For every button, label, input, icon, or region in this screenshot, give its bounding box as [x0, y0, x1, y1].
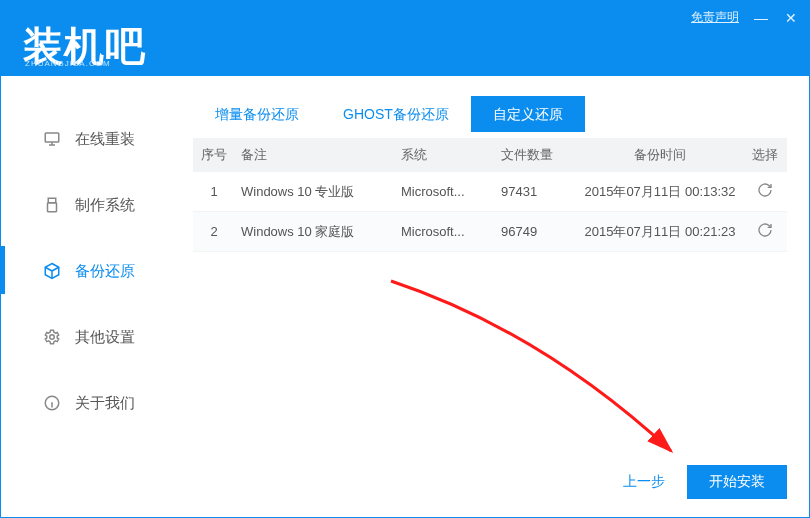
sidebar-item-label: 在线重装 [75, 130, 135, 149]
tab-custom[interactable]: 自定义还原 [471, 96, 585, 132]
minimize-button[interactable]: — [753, 10, 769, 26]
sidebar-item-backup-restore[interactable]: 备份还原 [1, 238, 181, 304]
row-select-icon[interactable] [745, 222, 785, 241]
disclaimer-link[interactable]: 免责声明 [691, 9, 739, 26]
tab-incremental[interactable]: 增量备份还原 [193, 96, 321, 132]
svg-rect-0 [45, 133, 59, 142]
close-button[interactable]: ✕ [783, 10, 799, 26]
install-button[interactable]: 开始安装 [687, 465, 787, 499]
th-files: 文件数量 [495, 146, 575, 164]
sidebar-item-label: 关于我们 [75, 394, 135, 413]
sidebar-item-about[interactable]: 关于我们 [1, 370, 181, 436]
th-select: 选择 [745, 146, 785, 164]
sidebar-item-label: 其他设置 [75, 328, 135, 347]
cell-files: 97431 [495, 184, 575, 199]
table-row[interactable]: 2 Windows 10 家庭版 Microsoft... 96749 2015… [193, 212, 787, 252]
restore-table: 序号 备注 系统 文件数量 备份时间 选择 1 Windows 10 专业版 M… [193, 138, 787, 252]
th-system: 系统 [395, 146, 495, 164]
cell-time: 2015年07月11日 00:13:32 [575, 183, 745, 201]
cell-remark: Windows 10 家庭版 [235, 223, 395, 241]
refresh-icon [757, 222, 773, 238]
th-remark: 备注 [235, 146, 395, 164]
sidebar-item-online-reinstall[interactable]: 在线重装 [1, 106, 181, 172]
cell-files: 96749 [495, 224, 575, 239]
cube-icon [43, 262, 61, 280]
cell-system: Microsoft... [395, 184, 495, 199]
svg-point-3 [50, 335, 55, 340]
cell-index: 2 [193, 224, 235, 239]
sidebar: 在线重装 制作系统 备份还原 其他设置 [1, 76, 181, 517]
table-row[interactable]: 1 Windows 10 专业版 Microsoft... 97431 2015… [193, 172, 787, 212]
footer-actions: 上一步 开始安装 [623, 465, 787, 499]
monitor-icon [43, 130, 61, 148]
row-select-icon[interactable] [745, 182, 785, 201]
usb-icon [43, 196, 61, 214]
cell-index: 1 [193, 184, 235, 199]
table-header: 序号 备注 系统 文件数量 备份时间 选择 [193, 138, 787, 172]
body: 在线重装 制作系统 备份还原 其他设置 [1, 76, 809, 517]
app-logo-sub: ZHUANGJIBA.COM [25, 59, 111, 68]
sidebar-item-label: 备份还原 [75, 262, 135, 281]
titlebar: 装机吧 ZHUANGJIBA.COM 免责声明 — ✕ [1, 1, 809, 76]
tabs: 增量备份还原 GHOST备份还原 自定义还原 [193, 96, 787, 132]
prev-button[interactable]: 上一步 [623, 473, 665, 491]
tab-ghost[interactable]: GHOST备份还原 [321, 96, 471, 132]
sidebar-item-make-system[interactable]: 制作系统 [1, 172, 181, 238]
th-index: 序号 [193, 146, 235, 164]
main-panel: 增量备份还原 GHOST备份还原 自定义还原 序号 备注 系统 文件数量 备份时… [181, 76, 809, 517]
sidebar-item-other-settings[interactable]: 其他设置 [1, 304, 181, 370]
info-icon [43, 394, 61, 412]
svg-rect-2 [48, 203, 57, 212]
app-window: 装机吧 ZHUANGJIBA.COM 免责声明 — ✕ 在线重装 制作系统 [0, 0, 810, 518]
th-time: 备份时间 [575, 146, 745, 164]
refresh-icon [757, 182, 773, 198]
sidebar-item-label: 制作系统 [75, 196, 135, 215]
cell-time: 2015年07月11日 00:21:23 [575, 223, 745, 241]
titlebar-actions: 免责声明 — ✕ [691, 9, 799, 26]
cell-remark: Windows 10 专业版 [235, 183, 395, 201]
gear-icon [43, 328, 61, 346]
cell-system: Microsoft... [395, 224, 495, 239]
